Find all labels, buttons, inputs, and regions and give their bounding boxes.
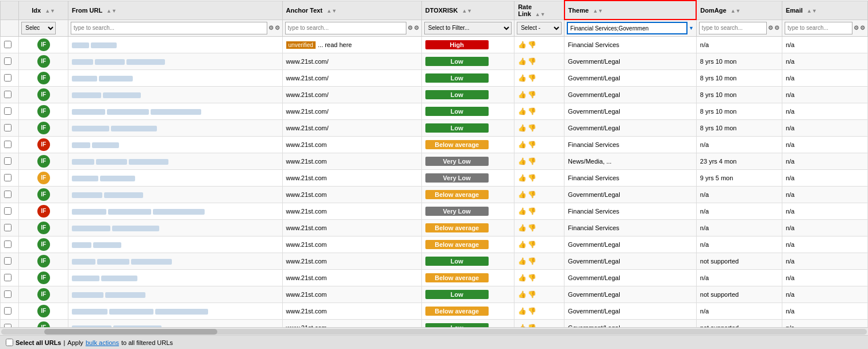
row-checkbox[interactable] [4,57,11,65]
email-filter-icon-1[interactable]: ⚙ [854,25,859,31]
dtoxrisk-filter[interactable]: Select to Filter... [421,20,514,37]
bulk-actions-link[interactable]: bulk actions [86,339,119,346]
thumbs-up-icon[interactable]: 👍 [518,74,527,82]
row-checkbox-cell[interactable] [1,103,19,120]
row-checkbox-cell[interactable] [1,270,19,286]
row-checkbox[interactable] [4,207,11,215]
thumbs-down-icon[interactable]: 👎 [528,157,536,165]
horizontal-scrollbar[interactable] [0,327,868,335]
row-checkbox[interactable] [4,157,11,165]
row-checkbox-cell[interactable] [1,303,19,320]
anchor-filter-icon-2[interactable]: ⚙ [414,25,419,31]
row-checkbox-cell[interactable] [1,120,19,137]
row-checkbox[interactable] [4,224,11,231]
scrollbar-track[interactable] [1,329,867,335]
thumbs-up-icon[interactable]: 👍 [518,257,527,265]
row-checkbox[interactable] [4,41,11,48]
email-filter-icon-2[interactable]: ⚙ [860,25,865,31]
row-checkbox-cell[interactable] [1,220,19,236]
row-checkbox[interactable] [4,141,11,148]
row-checkbox-cell[interactable] [1,137,19,153]
row-checkbox-cell[interactable] [1,153,19,170]
row-checkbox-cell[interactable] [1,203,19,220]
row-checkbox-cell[interactable] [1,170,19,187]
thumbs-down-icon[interactable]: 👎 [528,290,536,298]
row-checkbox[interactable] [4,241,11,248]
domage-filter[interactable]: ⚙ ⚙ [696,20,782,37]
dtoxrisk-filter-select[interactable]: Select to Filter... [424,22,512,34]
row-checkbox[interactable] [4,191,11,198]
thumbs-up-icon[interactable]: 👍 [518,191,527,199]
row-checkbox-cell[interactable] [1,286,19,303]
row-checkbox-cell[interactable] [1,37,19,53]
row-checkbox[interactable] [4,74,11,82]
theme-dropdown-icon[interactable]: ▼ [689,25,694,31]
thumbs-up-icon[interactable]: 👍 [518,207,527,215]
rate-link-header[interactable]: RateLink ▲▼ [514,1,564,20]
email-header[interactable]: Email ▲▼ [782,1,867,20]
row-checkbox-cell[interactable] [1,187,19,203]
thumbs-down-icon[interactable]: 👎 [528,91,536,99]
thumbs-down-icon[interactable]: 👎 [528,41,536,49]
domage-filter-icon-2[interactable]: ⚙ [774,25,779,31]
thumbs-down-icon[interactable]: 👎 [528,107,536,115]
anchor-text-header[interactable]: Anchor Text ▲▼ [282,1,421,20]
thumbs-down-icon[interactable]: 👎 [528,307,536,315]
thumbs-up-icon[interactable]: 👍 [518,174,527,182]
select-all-checkbox[interactable] [6,339,13,346]
thumbs-up-icon[interactable]: 👍 [518,157,527,165]
select-all-label[interactable]: Select all URLs [16,339,61,346]
row-checkbox[interactable] [4,307,11,315]
row-checkbox-cell[interactable] [1,236,19,253]
thumbs-down-icon[interactable]: 👎 [528,241,536,249]
domage-search[interactable] [699,22,767,34]
from-url-search[interactable] [71,22,267,34]
anchor-text-filter[interactable]: ⚙ ⚙ [282,20,421,37]
row-checkbox[interactable] [4,91,11,98]
idx-filter-select[interactable]: Selec [21,22,56,34]
email-search[interactable] [785,22,852,34]
thumbs-up-icon[interactable]: 👍 [518,290,527,298]
from-url-filter[interactable]: ⚙ ⚙ [68,20,282,37]
row-checkbox[interactable] [4,107,11,115]
thumbs-up-icon[interactable]: 👍 [518,141,527,149]
theme-filter[interactable]: ▼ [564,20,697,37]
theme-header[interactable]: Theme ▲▼ [564,1,697,20]
thumbs-down-icon[interactable]: 👎 [528,191,536,199]
thumbs-down-icon[interactable]: 👎 [528,274,536,282]
row-checkbox[interactable] [4,274,11,281]
from-url-header[interactable]: From URL ▲▼ [68,1,282,20]
row-checkbox-cell[interactable] [1,320,19,328]
dtoxrisk-header[interactable]: DTOXRISK ▲▼ [421,1,514,20]
filter-funnel-icon-2[interactable]: ⚙ [275,25,280,31]
domage-header[interactable]: DomAge ▲▼ [696,1,782,20]
row-checkbox[interactable] [4,174,11,181]
thumbs-down-icon[interactable]: 👎 [528,207,536,215]
thumbs-down-icon[interactable]: 👎 [528,257,536,265]
thumbs-up-icon[interactable]: 👍 [518,41,527,49]
thumbs-up-icon[interactable]: 👍 [518,107,527,115]
row-checkbox-cell[interactable] [1,87,19,103]
idx-filter[interactable]: Selec [19,20,68,37]
thumbs-down-icon[interactable]: 👎 [528,224,536,232]
thumbs-up-icon[interactable]: 👍 [518,274,527,282]
row-checkbox[interactable] [4,124,11,131]
row-checkbox[interactable] [4,257,11,265]
thumbs-up-icon[interactable]: 👍 [518,57,527,65]
domage-filter-icon-1[interactable]: ⚙ [768,25,773,31]
thumbs-down-icon[interactable]: 👎 [528,174,536,182]
anchor-text-search[interactable] [285,22,406,34]
row-checkbox-cell[interactable] [1,253,19,270]
rate-link-filter-select[interactable]: Select - [517,22,562,34]
row-checkbox[interactable] [4,290,11,298]
row-checkbox-cell[interactable] [1,70,19,87]
thumbs-up-icon[interactable]: 👍 [518,91,527,99]
thumbs-up-icon[interactable]: 👍 [518,124,527,132]
anchor-filter-icon-1[interactable]: ⚙ [408,25,413,31]
row-checkbox-cell[interactable] [1,53,19,70]
thumbs-down-icon[interactable]: 👎 [528,57,536,65]
thumbs-down-icon[interactable]: 👎 [528,124,536,132]
email-filter[interactable]: ⚙ ⚙ [782,20,867,37]
thumbs-up-icon[interactable]: 👍 [518,224,527,232]
filter-funnel-icon-1[interactable]: ⚙ [268,25,274,31]
